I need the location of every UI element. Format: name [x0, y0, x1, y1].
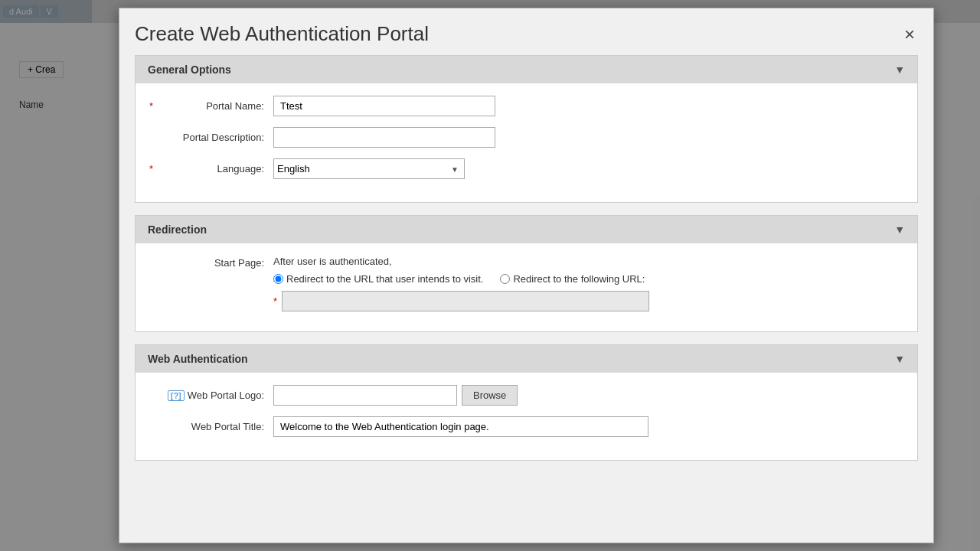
web-auth-chevron: ▼ — [894, 353, 905, 365]
web-auth-body: [?] Web Portal Logo: Browse Web Portal T… — [136, 373, 917, 460]
language-row: Language: English French Spanish German … — [151, 158, 902, 179]
modal-header: Create Web Authentication Portal × — [119, 8, 933, 55]
modal-overlay: Create Web Authentication Portal × Gener… — [0, 0, 980, 551]
language-select[interactable]: English French Spanish German Chinese Ja… — [273, 158, 465, 179]
radio2-text: Redirect to the following URL: — [513, 273, 645, 285]
portal-description-input[interactable] — [273, 127, 495, 148]
general-options-chevron: ▼ — [894, 64, 905, 76]
language-select-wrapper: English French Spanish German Chinese Ja… — [273, 158, 465, 179]
general-options-header[interactable]: General Options ▼ — [136, 56, 917, 83]
logo-input[interactable] — [273, 385, 457, 406]
radio1-text: Redirect to the URL that user intends to… — [286, 273, 483, 285]
redirect-url-row: * — [273, 291, 902, 311]
web-auth-header[interactable]: Web Authentication ▼ — [136, 345, 917, 373]
portal-name-input[interactable] — [273, 96, 495, 116]
radio1-input[interactable] — [273, 274, 283, 284]
redirect-url-input[interactable] — [282, 291, 649, 311]
redirection-title: Redirection — [148, 223, 207, 236]
logo-help-badge[interactable]: [?] — [168, 390, 185, 401]
language-label: Language: — [151, 163, 273, 174]
portal-name-label: Portal Name: — [151, 100, 273, 112]
logo-label-group: [?] Web Portal Logo: — [151, 390, 273, 401]
start-page-label: Start Page: — [151, 256, 273, 269]
redirect-required-marker: * — [273, 295, 277, 307]
start-page-content: After user is authenticated, Redirect to… — [273, 256, 902, 311]
logo-row: [?] Web Portal Logo: Browse — [151, 385, 902, 406]
redirection-chevron: ▼ — [894, 223, 905, 236]
radio2-label[interactable]: Redirect to the following URL: — [500, 273, 645, 285]
radio-row: Redirect to the URL that user intends to… — [273, 273, 902, 285]
portal-title-label-text: Web Portal Title: — [191, 421, 264, 432]
portal-description-row: Portal Description: — [151, 127, 902, 148]
radio1-label[interactable]: Redirect to the URL that user intends to… — [273, 273, 483, 285]
general-options-title: General Options — [148, 64, 231, 76]
portal-title-input[interactable] — [273, 416, 648, 437]
web-auth-title: Web Authentication — [148, 353, 248, 365]
portal-name-row: Portal Name: — [151, 96, 902, 116]
modal-body: General Options ▼ Portal Name: Portal De… — [119, 55, 933, 488]
browse-button[interactable]: Browse — [462, 385, 518, 406]
start-page-row: Start Page: After user is authenticated,… — [151, 256, 902, 311]
portal-title-row: Web Portal Title: — [151, 416, 902, 437]
general-options-section: General Options ▼ Portal Name: Portal De… — [135, 55, 918, 203]
radio2-input[interactable] — [500, 274, 510, 284]
web-auth-section: Web Authentication ▼ [?] Web Portal Logo… — [135, 344, 918, 461]
redirection-section: Redirection ▼ Start Page: After user is … — [135, 215, 918, 332]
general-options-body: Portal Name: Portal Description: Languag… — [136, 83, 917, 202]
redirection-header[interactable]: Redirection ▼ — [136, 216, 917, 243]
portal-description-label: Portal Description: — [151, 132, 273, 143]
redirection-body: Start Page: After user is authenticated,… — [136, 243, 917, 331]
modal-title: Create Web Authentication Portal — [135, 22, 429, 46]
portal-title-label: Web Portal Title: — [151, 421, 273, 432]
close-button[interactable]: × — [901, 25, 918, 44]
modal-dialog: Create Web Authentication Portal × Gener… — [119, 8, 934, 543]
logo-label: Web Portal Logo: — [188, 390, 264, 401]
start-page-desc: After user is authenticated, — [273, 256, 902, 267]
